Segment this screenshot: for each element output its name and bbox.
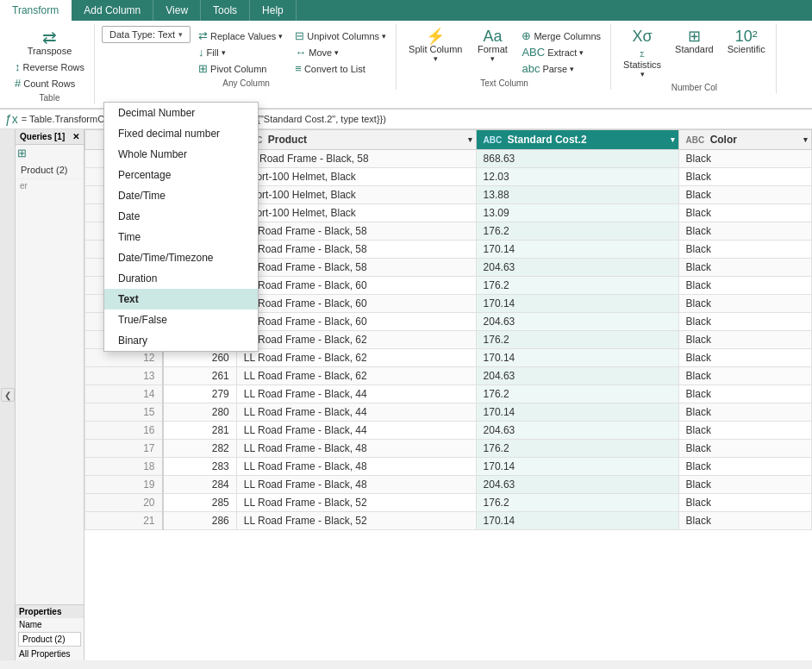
tab-view[interactable]: View — [153, 0, 201, 21]
any-col-stack2: ⊟ Unpivot Columns ▾ ↔ Move ▾ ≡ Convert t… — [290, 28, 390, 77]
count-rows-button[interactable]: # Count Rows — [10, 75, 89, 91]
dropdown-percentage[interactable]: Percentage — [104, 165, 258, 185]
cell-color: Black — [678, 331, 811, 349]
move-icon: ↔ — [295, 46, 306, 59]
cell-standard-cost2: 204.63 — [476, 313, 678, 331]
dropdown-binary[interactable]: Binary — [104, 330, 258, 351]
unpivot-columns-button[interactable]: ⊟ Unpivot Columns ▾ — [290, 28, 390, 44]
ribbon-group-any-column: Data Type: Text ▾ ⇄ Replace Values ▾ ↓ F… — [97, 24, 397, 90]
cell-id: 284 — [163, 476, 237, 494]
cell-standard-cost2: 170.14 — [476, 349, 678, 367]
cell-product: LL Road Frame - Black, 52 — [236, 494, 476, 512]
dropdown-datetime[interactable]: Date/Time — [104, 185, 258, 206]
cell-rownum: 17 — [85, 440, 163, 458]
cell-rownum: 15 — [85, 403, 163, 422]
cell-product: LL Road Frame - Black, 60 — [236, 313, 476, 331]
properties-all-props[interactable]: All Properties — [16, 647, 84, 660]
dropdown-truefalse[interactable]: True/False — [104, 309, 258, 330]
cell-product: LL Road Frame - Black, 44 — [236, 403, 476, 422]
cell-color: Black — [678, 241, 811, 259]
text-stack: ⊕ Merge Columns ABC Extract ▾ abc Parse … — [517, 28, 605, 77]
col-header-standard-cost[interactable]: ABC Standard Cost.2 ▾ — [476, 130, 678, 150]
cell-color: Black — [678, 204, 811, 222]
cell-standard-cost2: 176.2 — [476, 222, 678, 241]
cell-rownum: 20 — [85, 494, 163, 512]
standard-cost-col-label: Standard Cost.2 — [508, 134, 587, 146]
standard-cost-sort-icon[interactable]: ▾ — [671, 135, 675, 144]
cell-product: LL Road Frame - Black, 44 — [236, 385, 476, 403]
cell-standard-cost2: 868.63 — [476, 150, 678, 168]
cell-color: Black — [678, 222, 811, 241]
cell-id: 281 — [163, 422, 237, 440]
cell-standard-cost2: 204.63 — [476, 476, 678, 494]
cell-color: Black — [678, 403, 811, 422]
product-sort-icon[interactable]: ▾ — [468, 135, 472, 144]
dropdown-decimal[interactable]: Decimal Number — [104, 103, 258, 123]
cell-standard-cost2: 13.88 — [476, 186, 678, 204]
table-row: 17 282 LL Road Frame - Black, 48 176.2 B… — [85, 440, 812, 458]
table-row: 14 279 LL Road Frame - Black, 44 176.2 B… — [85, 385, 812, 403]
product-col-label: Product — [268, 134, 307, 146]
cell-standard-cost2: 176.2 — [476, 494, 678, 512]
dropdown-text[interactable]: Text — [104, 289, 258, 309]
properties-name-input[interactable]: Product (2) — [18, 632, 81, 647]
color-col-label: Color — [710, 134, 737, 146]
dropdown-duration[interactable]: Duration — [104, 268, 258, 289]
dropdown-date[interactable]: Date — [104, 206, 258, 227]
cell-rownum: 18 — [85, 458, 163, 476]
formula-icon: ƒx — [5, 112, 18, 126]
cell-rownum: 13 — [85, 367, 163, 385]
tab-help[interactable]: Help — [250, 0, 297, 21]
format-button[interactable]: Aa Format ▾ — [471, 26, 514, 66]
scientific-button[interactable]: 10² Scientific — [722, 26, 771, 57]
cell-color: Black — [678, 150, 811, 168]
cell-id: 279 — [163, 385, 237, 403]
number-column-group-label: Number Col — [671, 81, 717, 92]
query-item-product[interactable]: Product (2) — [16, 161, 84, 179]
reverse-icon: ↕ — [15, 60, 21, 73]
format-arrow: ▾ — [490, 54, 495, 63]
tab-tools[interactable]: Tools — [201, 0, 250, 21]
cell-rownum: 19 — [85, 476, 163, 494]
pivot-column-button[interactable]: ⊞ Pivot Column — [194, 60, 287, 77]
replace-dropdown-arrow: ▾ — [278, 32, 283, 41]
ribbon-group-number-column: XσΣ Statistics ▾ ⊞ Standard 10² Scientif… — [613, 24, 777, 94]
replace-values-button[interactable]: ⇄ Replace Values ▾ — [194, 28, 287, 44]
grid-icon[interactable]: ⊞ — [17, 147, 27, 159]
dropdown-time[interactable]: Time — [104, 227, 258, 247]
tab-transform[interactable]: Transform — [0, 0, 72, 21]
table-row: 13 261 LL Road Frame - Black, 62 204.63 … — [85, 367, 812, 385]
cell-standard-cost2: 204.63 — [476, 367, 678, 385]
table-row: 16 281 LL Road Frame - Black, 44 204.63 … — [85, 422, 812, 440]
ribbon: Transform Add Column View Tools Help ⇄ T… — [0, 0, 812, 109]
collapse-button[interactable]: ❮ — [1, 388, 15, 402]
standard-button[interactable]: ⊞ Standard — [670, 26, 719, 57]
extract-icon: ABC — [522, 46, 545, 59]
dropdown-whole-number[interactable]: Whole Number — [104, 144, 258, 165]
statistics-button[interactable]: XσΣ Statistics ▾ — [618, 26, 666, 81]
split-column-button[interactable]: ⚡ Split Column ▾ — [403, 26, 467, 66]
convert-to-list-button[interactable]: ≡ Convert to List — [290, 60, 390, 77]
dropdown-fixed-decimal[interactable]: Fixed decimal number — [104, 123, 258, 144]
unpivot-arrow: ▾ — [382, 32, 386, 41]
fill-button[interactable]: ↓ Fill ▾ — [194, 44, 287, 60]
table-group-label: Table — [40, 91, 60, 103]
col-header-product[interactable]: ABC Product ▾ — [236, 130, 476, 150]
color-sort-icon[interactable]: ▾ — [803, 135, 808, 144]
reverse-rows-button[interactable]: ↕ Reverse Rows — [10, 59, 89, 75]
query-panel-close[interactable]: ✕ — [72, 132, 79, 141]
dropdown-datetimetz[interactable]: Date/Time/Timezone — [104, 247, 258, 268]
col-header-color[interactable]: ABC Color ▾ — [678, 130, 811, 150]
datatype-button[interactable]: Data Type: Text ▾ — [102, 26, 191, 43]
cell-standard-cost2: 176.2 — [476, 440, 678, 458]
parse-button[interactable]: abc Parse ▾ — [517, 60, 605, 77]
cell-standard-cost2: 170.14 — [476, 241, 678, 259]
extract-button[interactable]: ABC Extract ▾ — [517, 44, 605, 60]
transpose-button[interactable]: ⇄ Transpose — [22, 26, 78, 59]
cell-color: Black — [678, 476, 811, 494]
move-button[interactable]: ↔ Move ▾ — [290, 44, 390, 60]
cell-id: 261 — [163, 367, 237, 385]
merge-columns-button[interactable]: ⊕ Merge Columns — [517, 28, 605, 44]
tab-add-column[interactable]: Add Column — [72, 0, 153, 21]
properties-name: Name — [16, 618, 84, 631]
